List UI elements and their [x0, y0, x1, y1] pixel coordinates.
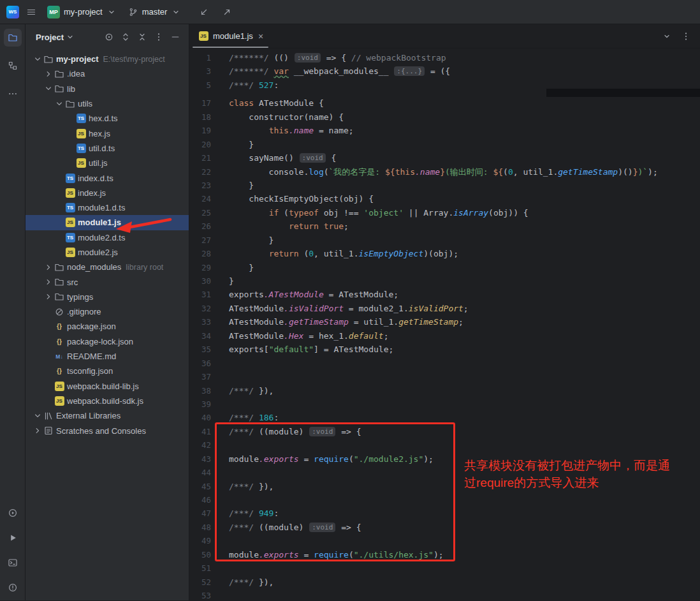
structure-tool-icon[interactable] [4, 57, 22, 75]
line-number[interactable]: 22 [189, 165, 216, 179]
code-line[interactable]: 50module.exports = require("./utils/hex.… [189, 548, 700, 561]
project-selector[interactable]: MP my-project [43, 4, 120, 20]
line-number[interactable]: 17 [189, 96, 216, 110]
chevron-right-icon[interactable] [43, 292, 54, 302]
tree-item-package.json[interactable]: {}package.json [26, 319, 189, 334]
line-number[interactable]: 45 [189, 480, 216, 493]
tree-item-index.js[interactable]: JSindex.js [26, 186, 189, 200]
code-line[interactable]: 53 [189, 589, 700, 600]
line-number[interactable]: 29 [189, 261, 216, 274]
branch-selector[interactable]: master [124, 6, 186, 19]
line-number[interactable]: 21 [189, 151, 216, 165]
code-line[interactable]: 33ATestModule.getTimeStamp = util_1.getT… [189, 315, 700, 329]
code-line[interactable]: 43module.exports = require("./module2.js… [189, 452, 700, 466]
line-number[interactable]: 49 [189, 534, 216, 547]
tree-item-my-project[interactable]: my-projectE:\test\my-project [26, 52, 189, 66]
code-line[interactable]: 45/***/ }), [189, 480, 700, 493]
chevron-down-icon[interactable] [32, 411, 43, 421]
line-number[interactable]: 33 [189, 315, 216, 329]
code-line[interactable]: 3/******/ var __webpack_modules__ :{...}… [189, 64, 700, 78]
code-line[interactable]: 40/***/ 186: [189, 411, 700, 424]
tree-item-webpack.build-sdk.js[interactable]: JSwebpack.build-sdk.js [26, 394, 189, 408]
code-line[interactable]: 30} [189, 274, 700, 288]
code-line[interactable]: 22 console.log(`我的名字是: ${this.name}(输出时间… [189, 165, 700, 179]
line-number[interactable]: 48 [189, 521, 216, 534]
code-line[interactable]: 52/***/ }), [189, 575, 700, 589]
code-area[interactable]: 1/******/ (() :void => { // webpackBoots… [189, 48, 700, 600]
tree-item-module2.js[interactable]: JSmodule2.js [26, 245, 189, 260]
tree-item-node-modules[interactable]: node_moduleslibrary root [26, 260, 189, 274]
code-line[interactable]: 41/***/ ((module) :void => { [189, 425, 700, 438]
terminal-icon[interactable] [4, 554, 22, 572]
code-line[interactable]: 49 [189, 534, 700, 547]
collapse-all-icon[interactable] [135, 30, 149, 44]
code-line[interactable]: 37 [189, 370, 700, 383]
project-tool-icon[interactable] [4, 29, 22, 47]
line-number[interactable]: 18 [189, 110, 216, 124]
code-line[interactable]: 18 constructor(name) { [189, 110, 700, 124]
tree-item-src[interactable]: src [26, 274, 189, 289]
code-line[interactable]: 29 } [189, 261, 700, 274]
line-number[interactable]: 31 [189, 288, 216, 301]
line-number[interactable]: 30 [189, 274, 216, 288]
tree-item-package-lock.json[interactable]: {}package-lock.json [26, 334, 189, 349]
code-line[interactable]: 21 sayName() :void { [189, 151, 700, 165]
tree-item-webpack.build-lib.js[interactable]: JSwebpack.build-lib.js [26, 379, 189, 394]
code-line[interactable]: 46 [189, 493, 700, 507]
chevron-down-icon[interactable] [32, 54, 43, 64]
tree-item-util.js[interactable]: JSutil.js [26, 156, 189, 170]
line-number[interactable]: 32 [189, 302, 216, 315]
chevron-down-icon[interactable] [65, 32, 75, 42]
tree-item-utils[interactable]: utils [26, 96, 189, 111]
problems-icon[interactable] [4, 579, 22, 597]
tree-item-module1.d.ts[interactable]: TSmodule1.d.ts [26, 200, 189, 215]
line-number[interactable]: 25 [189, 206, 216, 219]
run-icon[interactable] [4, 529, 22, 547]
code-line[interactable]: 36 [189, 357, 700, 370]
line-number[interactable]: 50 [189, 548, 216, 561]
tab-module1-js[interactable]: JS module1.js × [191, 24, 270, 48]
line-number[interactable]: 44 [189, 466, 216, 479]
line-number[interactable]: 20 [189, 138, 216, 151]
code-line[interactable]: 28 return (0, util_1.isEmptyObject)(obj)… [189, 247, 700, 260]
expand-all-icon[interactable] [119, 30, 133, 44]
tree-item-hex.js[interactable]: JShex.js [26, 126, 189, 140]
chevron-down-icon[interactable] [54, 99, 64, 109]
tree-item-module2.d.ts[interactable]: TSmodule2.d.ts [26, 230, 189, 245]
hamburger-icon[interactable] [23, 4, 40, 20]
line-number[interactable]: 41 [189, 425, 216, 438]
tree-item-.idea[interactable]: .idea [26, 66, 189, 81]
chevron-right-icon[interactable] [43, 69, 54, 79]
chevron-right-icon[interactable] [43, 262, 54, 272]
code-line[interactable]: 32ATestModule.isValidPort = module2_1.is… [189, 302, 700, 315]
tree-item-scratches-and-consoles[interactable]: Scratches and Consoles [26, 423, 189, 438]
more-vertical-icon[interactable] [678, 29, 694, 44]
chevron-down-icon[interactable] [43, 84, 54, 94]
code-line[interactable]: 23 } [189, 179, 700, 192]
line-number[interactable]: 39 [189, 397, 216, 411]
line-number[interactable]: 19 [189, 124, 216, 137]
line-number[interactable]: 47 [189, 507, 216, 520]
code-line[interactable]: 25 if (typeof obj !== 'object' || Array.… [189, 206, 700, 219]
line-number[interactable]: 28 [189, 247, 216, 260]
webstorm-logo-icon[interactable]: WS [6, 6, 19, 19]
code-line[interactable]: 19 this.name = name; [189, 124, 700, 137]
tree-item-typings[interactable]: typings [26, 290, 189, 304]
line-number[interactable]: 36 [189, 357, 216, 370]
tree-item-.gitignore[interactable]: .gitignore [26, 304, 189, 319]
code-line[interactable]: 26 return true; [189, 219, 700, 233]
arrow-up-right-icon[interactable] [218, 3, 236, 21]
line-number[interactable]: 1 [189, 51, 216, 64]
code-line[interactable]: 31exports.ATestModule = ATestModule; [189, 288, 700, 301]
line-number[interactable]: 24 [189, 192, 216, 205]
chevron-down-small-icon[interactable] [659, 29, 674, 44]
code-line[interactable]: 44 [189, 466, 700, 479]
code-line[interactable]: 39 [189, 397, 700, 411]
line-number[interactable]: 34 [189, 329, 216, 343]
hide-panel-icon[interactable] [168, 30, 182, 44]
tree-item-lib[interactable]: lib [26, 82, 189, 96]
line-number[interactable]: 43 [189, 452, 216, 466]
tree-item-external-libraries[interactable]: External Libraries [26, 408, 189, 423]
code-line[interactable]: 35exports["default"] = ATestModule; [189, 343, 700, 356]
line-number[interactable]: 46 [189, 493, 216, 507]
